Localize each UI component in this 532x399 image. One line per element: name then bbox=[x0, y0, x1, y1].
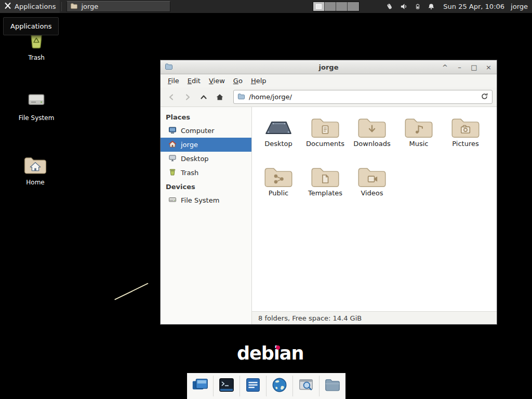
desktop-icon-file-system[interactable]: File System bbox=[11, 88, 61, 122]
shade-button[interactable]: ^ bbox=[441, 61, 449, 74]
xorg-logo-icon bbox=[4, 2, 11, 11]
menu-go[interactable]: Go bbox=[229, 75, 247, 86]
volume-icon[interactable] bbox=[400, 3, 408, 10]
clock[interactable]: Sun 25 Apr, 10:06 bbox=[443, 3, 504, 10]
folder-music-icon bbox=[396, 115, 441, 139]
debian-logo: debian bbox=[237, 343, 303, 364]
workspace-1[interactable] bbox=[313, 2, 325, 11]
folder-video-icon bbox=[350, 165, 394, 189]
close-button[interactable]: × bbox=[485, 61, 493, 74]
taskbar-item-label: jorge bbox=[81, 3, 98, 10]
window-body: Places Computer jorge Desktop bbox=[161, 107, 497, 324]
text-editor-launcher[interactable] bbox=[242, 375, 264, 397]
menu-file[interactable]: File bbox=[164, 75, 183, 86]
folder-template-icon bbox=[303, 165, 348, 189]
folder-view: Desktop Documents bbox=[252, 107, 497, 311]
workspace-window bbox=[316, 4, 322, 9]
forward-button[interactable] bbox=[181, 90, 194, 104]
minimize-button[interactable]: – bbox=[456, 61, 463, 74]
menubar: File Edit View Go Help bbox=[161, 74, 497, 87]
folder-item-documents[interactable]: Documents bbox=[303, 113, 348, 163]
desktop-icon-home[interactable]: Home bbox=[10, 155, 60, 186]
home-icon bbox=[168, 140, 177, 150]
panel-username[interactable]: jorge bbox=[511, 3, 528, 10]
sidebar-item-computer[interactable]: Computer bbox=[161, 124, 251, 138]
taskbar-item-jorge[interactable]: jorge bbox=[66, 1, 170, 12]
applications-menu-button[interactable]: Applications bbox=[0, 0, 60, 13]
trash-icon bbox=[168, 168, 177, 178]
folder-item-music[interactable]: Music bbox=[396, 113, 441, 163]
folder-item-desktop[interactable]: Desktop bbox=[256, 113, 301, 163]
window-controls: ^ – □ × bbox=[441, 61, 493, 74]
drive-icon bbox=[168, 195, 177, 205]
workspace-2[interactable] bbox=[325, 2, 336, 11]
dock-separator bbox=[292, 376, 293, 396]
top-panel: Applications jorge Sun 25 Apr, 10:06 jor… bbox=[0, 0, 532, 13]
devices-header: Devices bbox=[161, 180, 251, 193]
terminal-launcher[interactable] bbox=[216, 375, 237, 397]
places-header: Places bbox=[161, 110, 251, 124]
folder-label: Templates bbox=[303, 189, 348, 197]
dock-separator bbox=[319, 376, 320, 396]
folder-icon bbox=[70, 2, 78, 11]
workspace-4[interactable] bbox=[348, 2, 359, 11]
folder-label: Downloads bbox=[350, 140, 394, 148]
workspace-switcher[interactable] bbox=[313, 2, 360, 11]
sidebar-item-desktop[interactable]: Desktop bbox=[161, 152, 251, 166]
statusbar: 8 folders, Free space: 14.4 GiB bbox=[252, 311, 497, 324]
sidebar-item-label: Trash bbox=[181, 169, 198, 177]
applications-tooltip: Applications bbox=[3, 17, 59, 35]
desktop-icon-label: File System bbox=[11, 114, 61, 122]
path-input[interactable] bbox=[249, 93, 477, 101]
file-manager-window: jorge ^ – □ × File Edit View Go Help bbox=[160, 60, 497, 325]
back-button[interactable] bbox=[165, 90, 178, 104]
folder-item-pictures[interactable]: Pictures bbox=[443, 113, 488, 163]
folder-label: Videos bbox=[350, 189, 394, 197]
folder-document-icon bbox=[303, 115, 348, 139]
home-folder-icon bbox=[23, 170, 47, 177]
sidebar-item-label: Computer bbox=[181, 127, 215, 135]
menu-help[interactable]: Help bbox=[247, 75, 271, 86]
workspace-3[interactable] bbox=[336, 2, 348, 11]
sidebar-item-label: Desktop bbox=[181, 155, 209, 163]
menu-edit[interactable]: Edit bbox=[183, 75, 205, 86]
desktop-icon bbox=[168, 154, 177, 164]
maximize-button[interactable]: □ bbox=[470, 61, 478, 74]
menu-view[interactable]: View bbox=[205, 75, 229, 86]
notification-bell-icon[interactable] bbox=[428, 3, 435, 10]
reload-icon[interactable] bbox=[481, 92, 488, 102]
sidebar-item-trash[interactable]: Trash bbox=[161, 166, 251, 180]
folder-label: Public bbox=[256, 189, 301, 197]
globe-icon bbox=[271, 376, 288, 396]
toolbar bbox=[161, 87, 497, 107]
mouse-icon[interactable] bbox=[385, 3, 393, 10]
computer-icon bbox=[168, 126, 177, 136]
up-button[interactable] bbox=[197, 90, 210, 104]
show-desktop-launcher[interactable] bbox=[189, 375, 211, 397]
sidebar-item-file-system[interactable]: File System bbox=[161, 193, 251, 207]
folder-label: Pictures bbox=[443, 140, 488, 148]
home-button[interactable] bbox=[213, 90, 227, 104]
folder-download-icon bbox=[350, 115, 394, 139]
folder-item-downloads[interactable]: Downloads bbox=[350, 113, 394, 163]
dock-panel bbox=[187, 373, 345, 399]
folder-label: Desktop bbox=[256, 140, 301, 148]
sidebar-item-label: File System bbox=[181, 196, 219, 204]
battery-icon[interactable] bbox=[415, 3, 421, 10]
titlebar[interactable]: jorge ^ – □ × bbox=[161, 60, 497, 74]
folder-item-templates[interactable]: Templates bbox=[303, 163, 348, 212]
folder-share-icon bbox=[256, 165, 301, 189]
sidebar-item-jorge[interactable]: jorge bbox=[161, 138, 251, 152]
desktop-stroke-artifact bbox=[114, 283, 149, 300]
web-browser-launcher[interactable] bbox=[269, 375, 290, 397]
applications-menu-label: Applications bbox=[15, 3, 56, 10]
sidebar-item-label: jorge bbox=[181, 141, 198, 149]
application-finder-launcher[interactable] bbox=[295, 375, 317, 397]
desktop-icon-label: Trash bbox=[11, 54, 61, 61]
file-manager-launcher[interactable] bbox=[322, 375, 343, 397]
desk-icon bbox=[256, 115, 301, 139]
folder-item-public[interactable]: Public bbox=[256, 163, 301, 212]
path-bar[interactable] bbox=[233, 90, 493, 104]
folder-item-videos[interactable]: Videos bbox=[350, 163, 394, 212]
debian-wordmark: debian bbox=[237, 343, 303, 364]
